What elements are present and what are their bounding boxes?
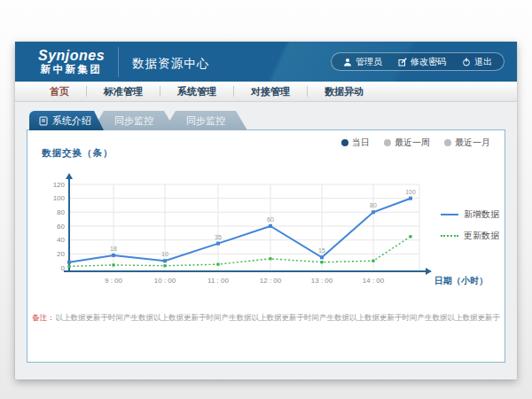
nav-item[interactable]: 首页 [33, 86, 87, 97]
period-radio-label: 当日 [352, 137, 370, 149]
footnote: 备注：以上数据更新于时间产生数据以上数据更新于时间产生数据以上数据更新于时间产生… [27, 313, 505, 324]
svg-text:60: 60 [57, 223, 65, 231]
svg-text:40: 40 [57, 236, 65, 244]
svg-text:14 : 00: 14 : 00 [363, 277, 385, 285]
edit-icon [398, 58, 407, 66]
svg-text:60: 60 [267, 216, 274, 223]
svg-text:18: 18 [110, 246, 117, 252]
svg-text:100: 100 [405, 189, 416, 195]
legend-label: 更新数据 [464, 230, 499, 242]
logout-button[interactable]: 退出 [454, 56, 500, 68]
svg-text:120: 120 [53, 181, 66, 189]
tab-bar: 系统介绍同步监控同步监控 [27, 111, 505, 130]
exchange-line-chart: 0204060801001209 : 0010 : 0011 : 0012 : … [38, 172, 496, 293]
radio-dot-icon [341, 139, 348, 146]
svg-text:12 : 00: 12 : 00 [260, 277, 282, 285]
change-password-button[interactable]: 修改密码 [390, 56, 454, 68]
svg-text:80: 80 [57, 208, 65, 216]
logo-chinese: 新中新集团 [38, 64, 105, 74]
period-radio[interactable]: 最近一周 [384, 137, 430, 149]
period-radio-label: 最近一月 [455, 137, 490, 149]
nav-item[interactable]: 对接管理 [234, 86, 308, 97]
y-axis-label: 数据交换（条） [42, 147, 113, 160]
svg-text:15: 15 [318, 247, 325, 254]
document-icon [39, 116, 48, 126]
nav-item[interactable]: 数据异动 [308, 86, 380, 97]
tab[interactable]: 系统介绍 [29, 111, 104, 130]
nav-item[interactable]: 系统管理 [160, 86, 234, 97]
main-nav: 首页标准管理系统管理对接管理数据异动 [15, 82, 517, 102]
tab[interactable]: 同步监控 [92, 111, 176, 130]
legend-line-icon [441, 235, 458, 237]
footnote-text: 以上数据更新于时间产生数据以上数据更新于时间产生数据以上数据更新于时间产生数据以… [56, 313, 501, 322]
user-icon [343, 58, 352, 66]
logo-english: Synjones [38, 49, 105, 64]
svg-text:80: 80 [370, 202, 377, 208]
svg-text:100: 100 [53, 194, 66, 202]
user-button[interactable]: 管理员 [335, 56, 390, 68]
tab-label: 系统介绍 [52, 114, 91, 128]
nav-item[interactable]: 标准管理 [87, 86, 160, 97]
svg-text:9 : 00: 9 : 00 [105, 277, 123, 285]
svg-text:13 : 00: 13 : 00 [311, 277, 333, 285]
period-selector: 当日最近一周最近一月 [341, 137, 490, 149]
content-area: 系统介绍同步监控同步监控 当日最近一周最近一月 数据交换（条） 02040608… [15, 102, 517, 379]
period-radio-label: 最近一周 [395, 137, 430, 149]
svg-text:日期（小时）: 日期（小时） [434, 276, 488, 286]
page-background: Synjones 新中新集团 数据资源中心 管理员 修改密码 退出 [0, 0, 532, 399]
period-radio[interactable]: 当日 [341, 137, 370, 149]
tab[interactable]: 同步监控 [164, 111, 247, 130]
svg-text:10 : 00: 10 : 00 [154, 277, 176, 285]
chart-panel: 当日最近一周最近一月 数据交换（条） 0204060801001209 : 00… [27, 129, 505, 363]
period-radio[interactable]: 最近一月 [444, 137, 490, 149]
user-actions: 管理员 修改密码 退出 [331, 52, 505, 71]
radio-dot-icon [384, 139, 391, 146]
page-title: 数据资源中心 [118, 47, 209, 77]
radio-dot-icon [444, 139, 451, 146]
chart-legend: 新增数据更新数据 [441, 208, 499, 242]
app-header: Synjones 新中新集团 数据资源中心 管理员 修改密码 退出 [15, 42, 517, 82]
legend-item[interactable]: 新增数据 [441, 208, 499, 221]
legend-label: 新增数据 [464, 208, 499, 221]
svg-text:10: 10 [161, 251, 168, 257]
tab-label: 同步监控 [114, 114, 153, 128]
legend-line-icon [441, 214, 458, 215]
footnote-prefix: 备注： [32, 313, 55, 322]
svg-text:11 : 00: 11 : 00 [207, 277, 229, 285]
tab-label: 同步监控 [186, 114, 225, 128]
svg-text:35: 35 [215, 234, 222, 240]
svg-text:20: 20 [57, 250, 65, 258]
legend-item[interactable]: 更新数据 [441, 230, 499, 242]
company-logo: Synjones 新中新集团 [38, 49, 105, 74]
power-icon [462, 58, 471, 66]
app-window: Synjones 新中新集团 数据资源中心 管理员 修改密码 退出 [15, 42, 517, 379]
